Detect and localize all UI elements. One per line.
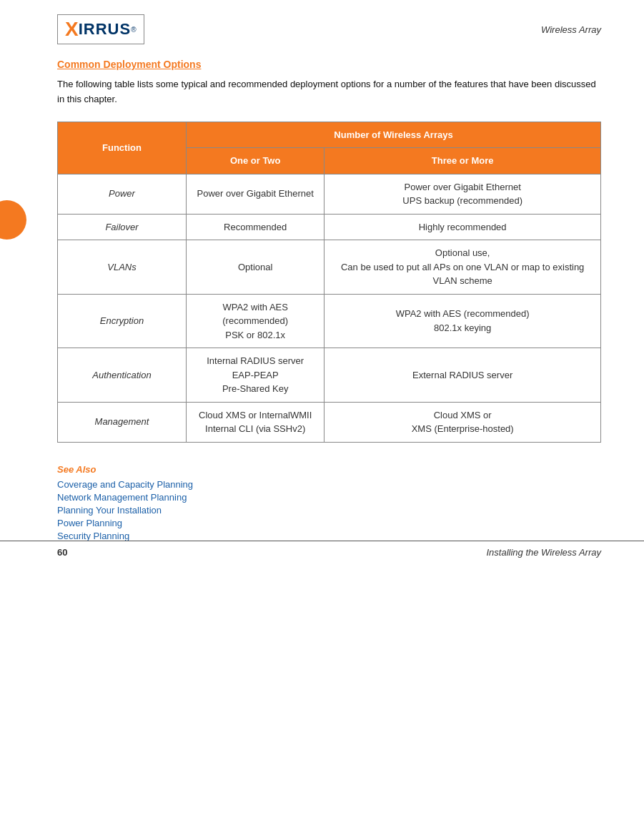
table-row: FailoverRecommendedHighly recommended (58, 214, 601, 240)
row-one-two: Cloud XMS or InternalWMII Internal CLI (… (187, 402, 325, 442)
row-three-more: External RADIUS server (325, 348, 601, 403)
row-three-more: Optional use, Can be used to put all APs… (325, 240, 601, 295)
see-also-link[interactable]: Network Management Planning (57, 492, 601, 503)
row-label: Management (58, 402, 187, 442)
logo-irrus: IRRUS (79, 20, 131, 39)
table-row: PowerPower over Gigabit EthernetPower ov… (58, 174, 601, 214)
header: XIRRUS® Wireless Array (57, 14, 601, 44)
see-also-title: See Also (57, 464, 601, 475)
table-row: ManagementCloud XMS or InternalWMII Inte… (58, 402, 601, 442)
section-title: Common Deployment Options (57, 59, 601, 70)
see-also-links: Coverage and Capacity PlanningNetwork Ma… (57, 479, 601, 541)
row-three-more: Highly recommended (325, 214, 601, 240)
row-three-more: WPA2 with AES (recommended) 802.1x keyin… (325, 294, 601, 348)
footer-chapter: Installing the Wireless Array (486, 547, 601, 558)
row-label: Power (58, 174, 187, 214)
col-number-header: Number of Wireless Arrays (187, 122, 601, 148)
col-function-header: Function (58, 122, 187, 174)
col-three-more-header: Three or More (325, 148, 601, 174)
row-label: VLANs (58, 240, 187, 295)
page: XIRRUS® Wireless Array Common Deployment… (0, 0, 644, 572)
row-three-more: Power over Gigabit Ethernet UPS backup (… (325, 174, 601, 214)
see-also-link[interactable]: Coverage and Capacity Planning (57, 479, 601, 490)
col-one-two-header: One or Two (187, 148, 325, 174)
table-row: VLANsOptionalOptional use, Can be used t… (58, 240, 601, 295)
row-one-two: Internal RADIUS server EAP-PEAP Pre-Shar… (187, 348, 325, 403)
table-row: AuthenticationInternal RADIUS server EAP… (58, 348, 601, 403)
left-decoration (0, 200, 26, 240)
deployment-table: Function Number of Wireless Arrays One o… (57, 122, 601, 443)
row-label: Authentication (58, 348, 187, 403)
see-also-link[interactable]: Power Planning (57, 518, 601, 528)
row-one-two: Recommended (187, 214, 325, 240)
row-label: Encryption (58, 294, 187, 348)
row-one-two: Optional (187, 240, 325, 295)
footer: 60 Installing the Wireless Array (0, 541, 644, 558)
logo-x: X (65, 18, 79, 41)
intro-text: The following table lists some typical a… (57, 77, 601, 107)
see-also-section: See Also Coverage and Capacity PlanningN… (57, 464, 601, 541)
see-also-link[interactable]: Security Planning (57, 531, 601, 541)
row-label: Failover (58, 214, 187, 240)
logo-r: ® (131, 26, 136, 34)
row-one-two: WPA2 with AES (recommended) PSK or 802.1… (187, 294, 325, 348)
see-also-link[interactable]: Planning Your Installation (57, 505, 601, 516)
logo: XIRRUS® (57, 14, 144, 44)
footer-page-number: 60 (57, 547, 67, 558)
row-three-more: Cloud XMS or XMS (Enterprise-hosted) (325, 402, 601, 442)
table-row: EncryptionWPA2 with AES (recommended) PS… (58, 294, 601, 348)
header-title: Wireless Array (541, 24, 601, 35)
row-one-two: Power over Gigabit Ethernet (187, 174, 325, 214)
